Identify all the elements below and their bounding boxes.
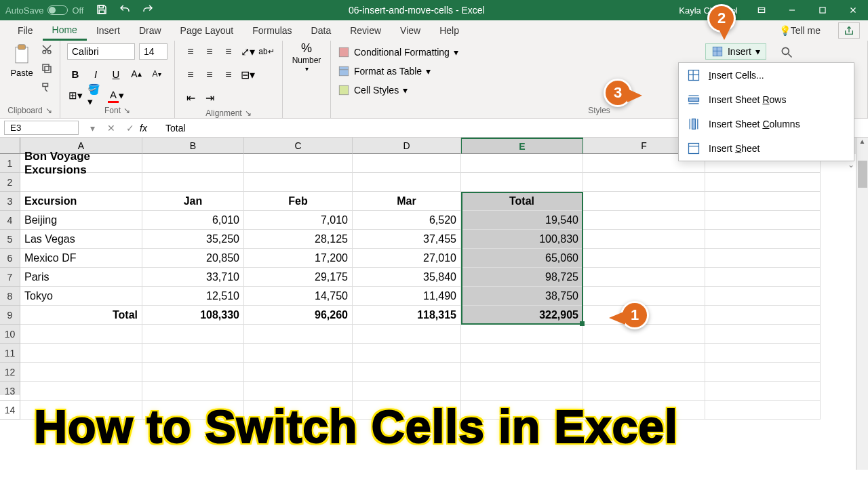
undo-icon[interactable]: [119, 3, 131, 18]
cancel-icon[interactable]: ✕: [102, 123, 121, 134]
align-right-icon[interactable]: ≡: [220, 66, 237, 83]
scroll-thumb[interactable]: [858, 161, 867, 188]
underline-button[interactable]: U: [108, 66, 124, 81]
tab-home[interactable]: Home: [43, 20, 87, 41]
indent-increase-icon[interactable]: ⇥: [201, 89, 218, 106]
tab-draw[interactable]: Draw: [130, 20, 171, 41]
dropdown-icon[interactable]: ▾: [83, 123, 102, 134]
row-header[interactable]: 11: [0, 344, 20, 363]
select-all-corner[interactable]: [0, 138, 20, 154]
close-icon[interactable]: [837, 0, 868, 20]
maximize-icon[interactable]: [807, 0, 837, 20]
row-header[interactable]: 5: [0, 230, 20, 249]
menu-insert-columns[interactable]: Insert Sheet Columns: [679, 112, 854, 136]
ribbon-tabs: File Home Insert Draw Page Layout Formul…: [0, 20, 868, 41]
row-header[interactable]: 2: [0, 173, 20, 192]
svg-rect-16: [339, 85, 349, 95]
window-title: 06-insert-and-move-cells - Excel: [154, 5, 679, 16]
name-box[interactable]: [4, 121, 79, 135]
spreadsheet-grid[interactable]: 1 2 3 4 5 6 7 8 9 10 11 12 13 14 A B C D…: [0, 138, 868, 395]
increase-font-icon[interactable]: A▴: [128, 66, 144, 81]
share-button[interactable]: [838, 22, 860, 39]
col-header[interactable]: E: [461, 138, 583, 154]
decrease-font-icon[interactable]: A▾: [149, 66, 165, 81]
conditional-formatting-button[interactable]: Conditional Formatting▾: [338, 43, 458, 61]
find-select-icon[interactable]: [773, 43, 800, 61]
save-icon[interactable]: [96, 3, 108, 18]
svg-rect-8: [18, 45, 26, 49]
format-as-table-button[interactable]: Format as Table▾: [338, 62, 431, 80]
font-color-icon[interactable]: A▾: [108, 88, 124, 103]
fill-color-icon[interactable]: 🪣▾: [87, 88, 104, 103]
number-format-button[interactable]: % Number ▾: [290, 43, 323, 70]
fx-icon[interactable]: fx: [140, 123, 160, 134]
cell-styles-button[interactable]: Cell Styles▾: [338, 81, 408, 99]
font-name-select[interactable]: [67, 43, 135, 60]
tab-formulas[interactable]: Formulas: [243, 20, 301, 41]
tell-me[interactable]: 💡 Tell me: [770, 20, 830, 41]
row-header[interactable]: 14: [0, 401, 20, 420]
tab-data[interactable]: Data: [302, 20, 341, 41]
tab-review[interactable]: Review: [340, 20, 391, 41]
row-header[interactable]: 3: [0, 192, 20, 211]
align-bottom-icon[interactable]: ≡: [220, 43, 237, 60]
align-middle-icon[interactable]: ≡: [201, 43, 218, 60]
svg-rect-26: [692, 119, 696, 129]
row-header[interactable]: 4: [0, 211, 20, 230]
menu-insert-cells[interactable]: Insert Cells...: [679, 63, 854, 87]
format-painter-icon[interactable]: [41, 81, 53, 96]
cell[interactable]: Bon Voyage Excursions: [20, 154, 142, 173]
tab-page-layout[interactable]: Page Layout: [171, 20, 243, 41]
title-bar: AutoSave Off 06-insert-and-move-cells - …: [0, 0, 868, 20]
redo-icon[interactable]: [142, 3, 154, 18]
col-header[interactable]: C: [244, 138, 353, 154]
ribbon-display-icon[interactable]: [746, 0, 776, 20]
orientation-icon[interactable]: ⤢▾: [239, 43, 256, 60]
indent-decrease-icon[interactable]: ⇤: [182, 89, 199, 106]
font-label: Font: [104, 106, 121, 115]
autosave-label: AutoSave: [5, 5, 43, 16]
tab-file[interactable]: File: [8, 20, 43, 41]
align-center-icon[interactable]: ≡: [201, 66, 218, 83]
row-header[interactable]: 9: [0, 306, 20, 325]
col-header[interactable]: B: [142, 138, 244, 154]
row-header[interactable]: 7: [0, 268, 20, 287]
minimize-icon[interactable]: [776, 0, 807, 20]
cut-icon[interactable]: [41, 43, 53, 58]
group-font: B I U A▴ A▾ ⊞▾ 🪣▾ A▾ Font ↘: [60, 41, 175, 118]
insert-dropdown-menu: Insert Cells... Insert Sheet Rows Insert…: [678, 62, 854, 161]
insert-cells-button[interactable]: Insert ▾: [705, 43, 766, 60]
row-header[interactable]: 13: [0, 382, 20, 401]
font-size-select[interactable]: [139, 43, 167, 60]
tab-help[interactable]: Help: [430, 20, 469, 41]
align-left-icon[interactable]: ≡: [182, 66, 199, 83]
scroll-up-icon[interactable]: ▲: [856, 138, 868, 148]
svg-rect-25: [689, 98, 699, 102]
svg-rect-2: [758, 8, 764, 13]
tab-view[interactable]: View: [391, 20, 430, 41]
align-top-icon[interactable]: ≡: [182, 43, 199, 60]
tab-insert[interactable]: Insert: [87, 20, 130, 41]
bold-button[interactable]: B: [67, 66, 83, 81]
svg-rect-13: [339, 47, 349, 57]
col-header[interactable]: D: [353, 138, 461, 154]
row-header[interactable]: 1: [0, 154, 20, 173]
row-header[interactable]: 12: [0, 363, 20, 382]
merge-icon[interactable]: ⊟▾: [239, 66, 256, 83]
paste-button[interactable]: Paste: [7, 43, 37, 78]
wrap-text-icon[interactable]: ab↵: [258, 43, 275, 60]
row-header[interactable]: 8: [0, 287, 20, 306]
copy-icon[interactable]: [41, 62, 53, 77]
borders-icon[interactable]: ⊞▾: [67, 88, 83, 103]
enter-icon[interactable]: ✓: [121, 123, 140, 134]
menu-insert-rows[interactable]: Insert Sheet Rows: [679, 87, 854, 112]
row-header[interactable]: 6: [0, 249, 20, 268]
row-header[interactable]: 10: [0, 325, 20, 344]
italic-button[interactable]: I: [87, 66, 104, 81]
autosave-toggle[interactable]: AutoSave Off: [5, 5, 83, 16]
vertical-scrollbar[interactable]: ▲: [856, 138, 868, 470]
menu-insert-sheet[interactable]: Insert Sheet: [679, 136, 854, 161]
svg-rect-17: [713, 47, 722, 56]
callout-2: 2: [707, 4, 736, 33]
ribbon: Paste Clipboard ↘ B I U A▴ A▾: [0, 41, 868, 119]
